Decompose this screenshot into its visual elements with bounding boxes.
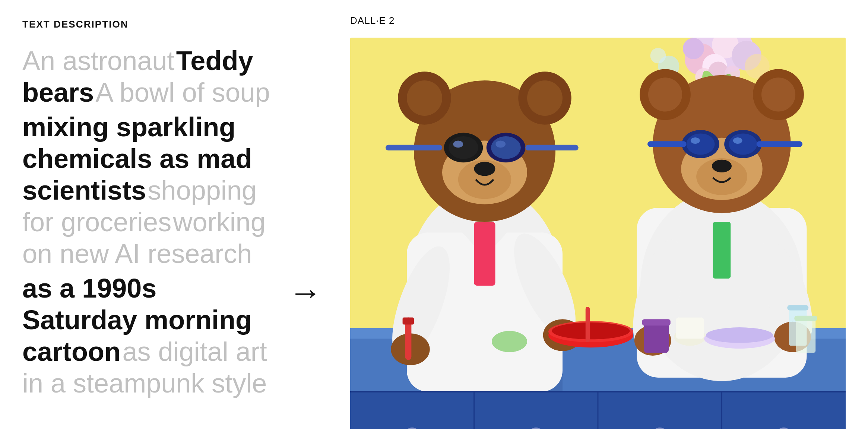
left-section-label: TEXT DESCRIPTION <box>22 19 276 30</box>
dalle-image-container <box>350 38 846 429</box>
word-astronaut: An astronaut <box>22 46 174 76</box>
svg-point-64 <box>729 133 757 155</box>
svg-rect-90 <box>794 316 817 321</box>
svg-point-72 <box>761 77 795 111</box>
word-steampunk: in a steampunk style <box>22 368 267 398</box>
svg-point-13 <box>650 48 666 64</box>
svg-rect-52 <box>403 317 414 324</box>
svg-rect-86 <box>676 317 704 339</box>
svg-point-37 <box>449 136 478 159</box>
svg-rect-84 <box>642 319 671 325</box>
left-panel: TEXT DESCRIPTION An astronaut Teddy bear… <box>22 15 276 429</box>
svg-rect-68 <box>757 141 803 147</box>
svg-point-6 <box>683 38 704 59</box>
text-line-3: as a 1990s Saturday morning cartoon as d… <box>22 273 276 399</box>
svg-point-44 <box>407 80 442 116</box>
svg-point-40 <box>495 140 506 147</box>
svg-rect-83 <box>644 321 669 353</box>
word-bowl-soup: A bowl of soup <box>96 77 270 107</box>
svg-rect-82 <box>586 307 590 342</box>
svg-point-81 <box>552 322 630 340</box>
svg-rect-67 <box>647 141 687 147</box>
svg-point-70 <box>648 77 682 111</box>
arrow-icon: → <box>289 273 322 312</box>
text-line-1: An astronaut Teddy bears A bowl of soup <box>22 45 276 108</box>
svg-point-66 <box>733 137 742 144</box>
svg-rect-89 <box>796 317 815 353</box>
svg-rect-42 <box>525 145 579 150</box>
right-section-label: DALL·E 2 <box>350 15 846 26</box>
right-panel: DALL·E 2 <box>335 15 846 429</box>
svg-point-91 <box>492 331 527 352</box>
svg-point-34 <box>474 162 495 176</box>
dalle-image-svg <box>350 38 846 429</box>
text-line-2: mixing sparkling chemicals as mad scient… <box>22 111 276 270</box>
word-digital-art: as digital art <box>122 337 267 366</box>
svg-rect-41 <box>386 145 442 150</box>
svg-point-60 <box>712 160 732 172</box>
svg-point-65 <box>691 137 700 144</box>
main-container: TEXT DESCRIPTION An astronaut Teddy bear… <box>0 0 868 429</box>
text-description-block: An astronaut Teddy bears A bowl of soup … <box>22 45 276 402</box>
svg-point-88 <box>706 327 773 343</box>
svg-point-38 <box>491 136 521 159</box>
center-arrow-container: → <box>276 15 335 429</box>
svg-point-39 <box>453 140 463 147</box>
svg-point-46 <box>527 80 563 116</box>
svg-point-63 <box>687 133 715 155</box>
svg-rect-56 <box>713 222 731 279</box>
svg-rect-53 <box>474 222 495 286</box>
svg-rect-78 <box>787 305 808 310</box>
